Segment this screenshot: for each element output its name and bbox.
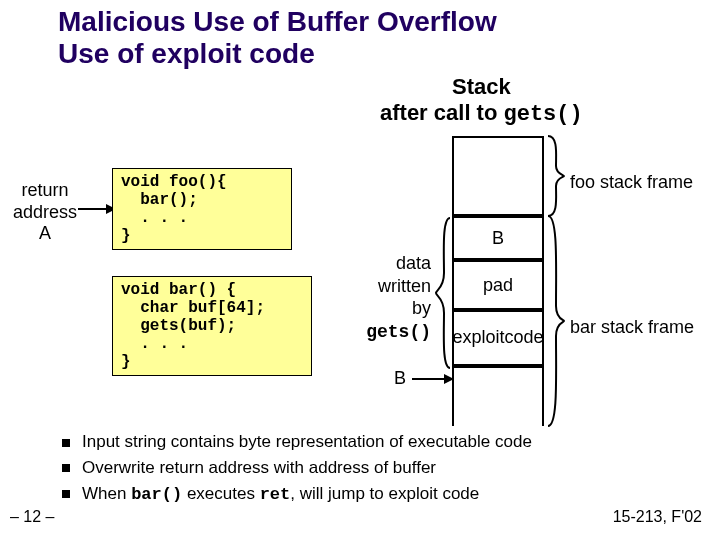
bar-frame-label: bar stack frame bbox=[570, 317, 694, 338]
bullet-list: Input string contains byte representatio… bbox=[62, 430, 532, 508]
cell-exploit-code: exploit code bbox=[454, 310, 542, 366]
return-address-label: return address A bbox=[10, 180, 80, 245]
stack-heading-line1: Stack bbox=[452, 74, 511, 99]
slide-title: Malicious Use of Buffer Overflow Use of … bbox=[58, 6, 497, 70]
title-line-2: Use of exploit code bbox=[58, 38, 315, 69]
bullet-icon bbox=[62, 439, 70, 447]
title-line-1: Malicious Use of Buffer Overflow bbox=[58, 6, 497, 37]
bullet-1: Input string contains byte representatio… bbox=[62, 430, 532, 454]
bullet-icon bbox=[62, 464, 70, 472]
brace-bar-frame bbox=[546, 216, 566, 426]
brace-foo-frame bbox=[546, 136, 566, 216]
code-bar: void bar() { char buf[64]; gets(buf); . … bbox=[112, 276, 312, 376]
cell-bar-remainder bbox=[454, 366, 542, 426]
slide-number: – 12 – bbox=[10, 508, 54, 526]
stack-heading: Stack after call to gets() bbox=[380, 74, 583, 127]
stack-diagram: B pad exploit code bbox=[452, 136, 544, 426]
cell-return-b: B bbox=[454, 216, 542, 260]
arrow-b-to-stack bbox=[412, 372, 456, 386]
course-footer: 15-213, F'02 bbox=[613, 508, 702, 526]
stack-heading-line2-text: after call to bbox=[380, 100, 503, 125]
stack-heading-code: gets() bbox=[503, 102, 582, 127]
cell-pad: pad bbox=[454, 260, 542, 310]
cell-foo-frame bbox=[454, 136, 542, 216]
bullet-3: When bar() executes ret, will jump to ex… bbox=[62, 482, 532, 507]
foo-frame-label: foo stack frame bbox=[570, 172, 693, 193]
data-written-label: data written by gets() bbox=[356, 252, 431, 343]
code-foo: void foo(){ bar(); . . . } bbox=[112, 168, 292, 250]
b-pointer-label: B bbox=[394, 368, 406, 389]
bullet-2: Overwrite return address with address of… bbox=[62, 456, 532, 480]
bullet-icon bbox=[62, 490, 70, 498]
